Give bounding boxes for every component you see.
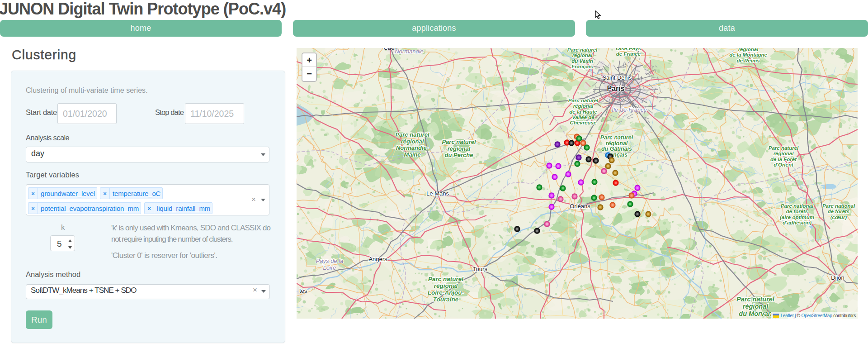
svg-text:Île-de-France: Île-de-France	[612, 106, 646, 113]
svg-text:Paris: Paris	[607, 85, 624, 92]
svg-text:Angers: Angers	[368, 256, 387, 262]
svg-text:tes: tes	[299, 287, 307, 294]
svg-text:Saint-Denis: Saint-Denis	[603, 75, 632, 81]
svg-text:Orléans: Orléans	[570, 203, 590, 210]
svg-text:Oise-Paysde France: Oise-Paysde France	[616, 48, 641, 57]
svg-text:Tours: Tours	[473, 266, 487, 272]
svg-text:Parc naturelrégionalde la Haut: Parc naturelrégionalde la HauteVallée de…	[568, 98, 599, 125]
svg-text:Dijon: Dijon	[831, 274, 844, 281]
svg-text:Le Mans: Le Mans	[426, 190, 449, 197]
svg-text:Normandie: Normandie	[395, 48, 424, 55]
svg-text:Parc nationalde forêts(aire op: Parc nationalde forêts(aire optimumd'adh…	[780, 203, 814, 225]
